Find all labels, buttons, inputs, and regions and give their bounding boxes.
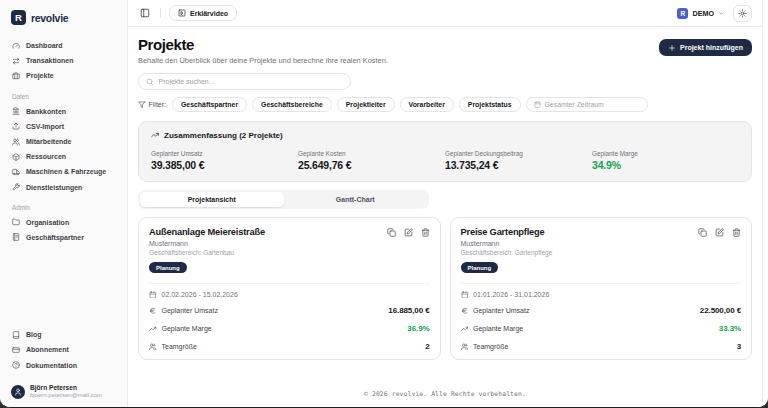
sidebar-item-dokumentation[interactable]: Dokumentation bbox=[8, 357, 119, 372]
project-title: Preise Gartenpflege bbox=[461, 227, 553, 237]
main-area: Erklärvideo R DEMO Projekte Behalte den … bbox=[128, 0, 762, 407]
project-metric-row: Geplanter Umsatz22.500,00 € bbox=[461, 301, 742, 319]
copy-button[interactable] bbox=[698, 228, 707, 237]
sidebar-item-bankkonten[interactable]: Bankkonten bbox=[8, 104, 119, 119]
project-metric-value: 33.3% bbox=[719, 324, 741, 333]
sidebar-item-blog[interactable]: Blog bbox=[8, 327, 119, 342]
project-card: Preise GartenpflegeMustermannGeschäftsbe… bbox=[450, 217, 753, 360]
sidebar-item-label: Ressourcen bbox=[26, 153, 66, 160]
project-date-text: 01.01.2026 - 31.01.2026 bbox=[473, 291, 549, 298]
credit-card-icon bbox=[12, 346, 20, 354]
user-menu[interactable]: Björn Petersen bjoern.petersen@mail.com bbox=[0, 377, 127, 400]
euro-icon bbox=[149, 307, 157, 315]
sidebar-item-abonnement[interactable]: Abonnement bbox=[8, 342, 119, 357]
trash-button[interactable] bbox=[421, 228, 430, 237]
briefcase-icon bbox=[12, 72, 20, 80]
search-input[interactable] bbox=[159, 78, 344, 85]
scrollbar-track[interactable] bbox=[762, 0, 768, 407]
edit-button[interactable] bbox=[404, 228, 413, 237]
sidebar-item-label: Transaktionen bbox=[26, 57, 73, 64]
sidebar-toggle-button[interactable] bbox=[138, 6, 152, 20]
filter-pill-vorarbeiter[interactable]: Vorarbeiter bbox=[400, 97, 454, 112]
date-range-input[interactable]: Gesamter Zeitraum bbox=[526, 97, 648, 112]
users-icon bbox=[149, 343, 157, 351]
view-tabs: ProjektansichtGantt-Chart bbox=[138, 190, 429, 209]
search-icon bbox=[146, 78, 154, 86]
summary-stat-label: Geplante Marge bbox=[592, 150, 739, 157]
trending-up-icon bbox=[151, 131, 159, 139]
avatar bbox=[11, 385, 25, 399]
project-division: Geschäftsbereich: Gartenbau bbox=[149, 249, 265, 256]
filter-pill-projektstatus[interactable]: Projektstatus bbox=[459, 97, 521, 112]
sidebar-item-label: CSV-Import bbox=[26, 123, 64, 130]
sidebar-footer-nav: BlogAbonnementDokumentation bbox=[8, 327, 119, 373]
contact-book-icon bbox=[12, 233, 20, 241]
package-icon bbox=[12, 153, 20, 161]
tab-projektansicht[interactable]: Projektansicht bbox=[140, 192, 284, 207]
sidebar-item-dashboard[interactable]: Dashboard bbox=[8, 38, 119, 53]
trash-button[interactable] bbox=[732, 228, 741, 237]
sidebar-item-label: Geschäftspartner bbox=[26, 234, 84, 241]
sidebar: R revolvie DashboardTransaktionenProjekt… bbox=[0, 0, 128, 407]
copy-button[interactable] bbox=[387, 228, 396, 237]
project-metric-row: Geplanter Umsatz16.885,00 € bbox=[149, 301, 430, 319]
explainer-video-button[interactable]: Erklärvideo bbox=[169, 5, 237, 21]
plus-icon bbox=[668, 44, 676, 52]
project-card-head: Preise GartenpflegeMustermannGeschäftsbe… bbox=[461, 227, 742, 274]
add-project-button[interactable]: Projekt hinzufügen bbox=[659, 39, 752, 56]
summary-stat: Geplanter Umsatz39.385,00 € bbox=[151, 150, 298, 172]
edit-button[interactable] bbox=[715, 228, 724, 237]
panel-left-icon bbox=[140, 8, 150, 18]
app-window: R revolvie DashboardTransaktionenProjekt… bbox=[0, 0, 768, 408]
page-title: Projekte bbox=[138, 36, 388, 53]
summary-stat-label: Geplanter Deckungsbeitrag bbox=[445, 150, 592, 157]
sidebar-item-maschinen-fahrzeuge[interactable]: Maschinen & Fahrzeuge bbox=[8, 164, 119, 179]
page-footer: © 2026 revolvie. Alle Rechte vorbehalten… bbox=[138, 382, 752, 407]
project-metric-label: Geplante Marge bbox=[473, 325, 523, 332]
project-division: Geschäftsbereich: Gartenpflege bbox=[461, 249, 553, 256]
project-card-head: Außenanlage MeiereistraßeMustermannGesch… bbox=[149, 227, 430, 274]
summary-stat: Geplanter Deckungsbeitrag13.735,24 € bbox=[445, 150, 592, 172]
video-icon bbox=[178, 9, 186, 17]
gauge-icon bbox=[12, 42, 20, 50]
project-metric-value: 22.500,00 € bbox=[700, 306, 741, 315]
sidebar-item-organisation[interactable]: Organisation bbox=[8, 215, 119, 230]
sidebar-item-label: Projekte bbox=[26, 72, 54, 79]
euro-icon bbox=[461, 307, 469, 315]
summary-stat-value: 34.9% bbox=[592, 159, 739, 171]
brand-logo-icon: R bbox=[11, 10, 26, 25]
calendar-icon bbox=[149, 291, 157, 299]
filter-pill-geschäftspartner[interactable]: Geschäftspartner bbox=[172, 97, 247, 112]
explainer-video-label: Erklärvideo bbox=[190, 10, 228, 17]
brand-logo[interactable]: R revolvie bbox=[0, 10, 127, 25]
sidebar-item-dienstleistungen[interactable]: Dienstleistungen bbox=[8, 180, 119, 195]
sun-icon bbox=[738, 9, 747, 18]
project-client: Mustermann bbox=[461, 240, 553, 247]
filter-pill-projektleiter[interactable]: Projektleiter bbox=[337, 97, 395, 112]
sidebar-item-csv-import[interactable]: CSV-Import bbox=[8, 119, 119, 134]
chevron-down-icon bbox=[718, 10, 725, 17]
book-icon bbox=[12, 331, 20, 339]
sidebar-item-projekte[interactable]: Projekte bbox=[8, 68, 119, 83]
sidebar-item-geschäftspartner[interactable]: Geschäftspartner bbox=[8, 230, 119, 245]
sidebar-item-mitarbeitende[interactable]: Mitarbeitende bbox=[8, 134, 119, 149]
sidebar-item-label: Maschinen & Fahrzeuge bbox=[26, 168, 106, 175]
project-card-info: Preise GartenpflegeMustermannGeschäftsbe… bbox=[461, 227, 553, 274]
user-name: Björn Petersen bbox=[30, 384, 102, 393]
theme-toggle-button[interactable] bbox=[733, 5, 752, 22]
summary-title: Zusammenfassung (2 Projekte) bbox=[164, 131, 283, 140]
project-client: Mustermann bbox=[149, 240, 265, 247]
workspace-switcher[interactable]: R DEMO bbox=[677, 8, 725, 19]
sidebar-item-ressourcen[interactable]: Ressourcen bbox=[8, 149, 119, 164]
tab-gantt-chart[interactable]: Gantt-Chart bbox=[284, 192, 428, 207]
landmark-icon bbox=[12, 107, 20, 115]
project-metric-label: Geplanter Umsatz bbox=[162, 307, 218, 314]
project-metric-value: 16.885,00 € bbox=[388, 306, 429, 315]
project-card-info: Außenanlage MeiereistraßeMustermannGesch… bbox=[149, 227, 265, 274]
filter-pill-geschäftsbereiche[interactable]: Geschäftsbereiche bbox=[252, 97, 332, 112]
truck-icon bbox=[12, 168, 20, 176]
summary-stat-label: Geplanter Umsatz bbox=[151, 150, 298, 157]
project-metric-value: 2 bbox=[425, 342, 429, 351]
sidebar-item-transaktionen[interactable]: Transaktionen bbox=[8, 53, 119, 68]
trending-up-icon bbox=[149, 325, 157, 333]
